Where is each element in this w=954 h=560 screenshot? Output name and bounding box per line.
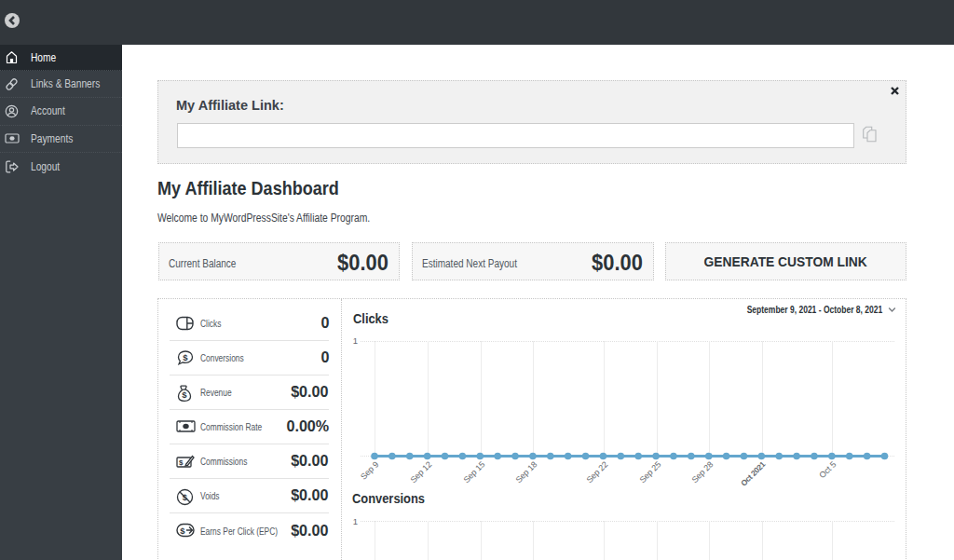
svg-text:$: $ <box>180 526 185 536</box>
svg-text:$: $ <box>179 458 184 467</box>
svg-text:$: $ <box>182 389 187 400</box>
svg-text:$: $ <box>183 352 188 362</box>
